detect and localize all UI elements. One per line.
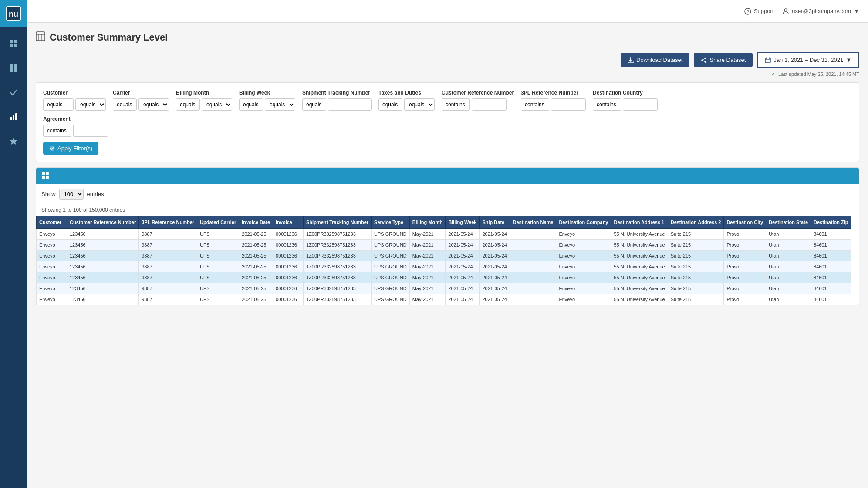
table-cell: Enveyo xyxy=(556,272,611,283)
col-header-customer[interactable]: Customer xyxy=(37,216,67,229)
filter-billing-week-op2[interactable]: equals xyxy=(265,98,295,111)
user-icon xyxy=(782,8,789,15)
support-link[interactable]: ? Support xyxy=(744,8,774,15)
col-header-destination-address-1[interactable]: Destination Address 1 xyxy=(611,216,668,229)
table-cell: 2021-05-24 xyxy=(480,240,510,251)
col-header-destination-name[interactable]: Destination Name xyxy=(510,216,556,229)
filter-group-cust-ref: Customer Reference Number xyxy=(442,90,514,111)
apply-filters-button[interactable]: Apply Filter(s) xyxy=(43,142,98,155)
col-header-3pl-reference-number[interactable]: 3PL Reference Number xyxy=(139,216,197,229)
table-cell: 55 N. University Avenue xyxy=(611,261,668,272)
table-cell: UPS GROUND xyxy=(372,283,410,294)
col-header-ship-date[interactable]: Ship Date xyxy=(480,216,510,229)
sidebar-item-layout[interactable] xyxy=(5,59,22,77)
filter-group-agreement: Agreement xyxy=(43,116,108,137)
col-header-destination-address-2[interactable]: Destination Address 2 xyxy=(668,216,724,229)
filter-carrier-op2[interactable]: equals xyxy=(138,98,169,111)
entries-label: entries xyxy=(87,191,104,197)
filter-cust-ref-op1[interactable] xyxy=(442,98,470,111)
sidebar-item-star[interactable] xyxy=(5,132,22,150)
svg-marker-12 xyxy=(10,138,17,145)
main-content: ? Support user@3plcompany.com ▼ xyxy=(27,0,868,488)
table-cell xyxy=(510,229,556,240)
table-cell: 9887 xyxy=(139,229,197,240)
table-controls: Show 10 25 50 100 entries xyxy=(36,184,859,204)
user-menu[interactable]: user@3plcompany.com ▼ xyxy=(782,8,859,15)
filter-3pl-ref-op1[interactable] xyxy=(521,98,549,111)
svg-line-25 xyxy=(703,61,705,62)
download-icon xyxy=(628,57,634,63)
table-cell: 84601 xyxy=(811,294,851,305)
col-header-billing-week[interactable]: Billing Week xyxy=(446,216,480,229)
date-range-label: Jan 1, 2021 – Dec 31, 2021 xyxy=(773,57,843,63)
col-header-destination-city[interactable]: Destination City xyxy=(724,216,766,229)
filter-cust-ref-value[interactable] xyxy=(472,98,507,111)
col-header-customer-reference-number[interactable]: Customer Reference Number xyxy=(67,216,139,229)
entries-select[interactable]: 10 25 50 100 xyxy=(59,189,84,200)
col-header-service-type[interactable]: Service Type xyxy=(372,216,410,229)
table-cell: Utah xyxy=(766,294,811,305)
filter-taxes-op1[interactable] xyxy=(378,98,402,111)
filter-controls-3pl-ref xyxy=(521,98,586,111)
filter-taxes-op2[interactable]: equals xyxy=(404,98,435,111)
table-header-row: CustomerCustomer Reference Number3PL Ref… xyxy=(37,216,851,229)
table-cell: 2021-05-25 xyxy=(239,261,273,272)
filter-controls-cust-ref xyxy=(442,98,514,111)
table-cell: 1Z00PR332598751233 xyxy=(304,261,372,272)
filter-dest-country-op1[interactable] xyxy=(593,98,621,111)
table-icon xyxy=(36,31,45,41)
filter-billing-month-op2[interactable]: equals xyxy=(202,98,232,111)
table-cell: 2021-05-24 xyxy=(446,283,480,294)
col-header-destination-zip[interactable]: Destination Zip xyxy=(811,216,851,229)
filter-agreement-value[interactable] xyxy=(73,125,108,137)
table-cell: 84601 xyxy=(811,283,851,294)
table-cell: 2021-05-24 xyxy=(446,261,480,272)
check-circle-icon: ✔ xyxy=(771,71,775,77)
table-cell: 84601 xyxy=(811,272,851,283)
app-logo[interactable]: nu xyxy=(0,0,27,27)
date-range-button[interactable]: Jan 1, 2021 – Dec 31, 2021 ▼ xyxy=(757,52,859,68)
filter-billing-week-op1[interactable] xyxy=(239,98,263,111)
page-header-icon xyxy=(36,31,45,43)
filter-carrier-op1[interactable] xyxy=(113,98,137,111)
apply-filters-label: Apply Filter(s) xyxy=(57,145,92,152)
svg-rect-6 xyxy=(10,64,13,72)
col-header-updated-carrier[interactable]: Updated Carrier xyxy=(197,216,239,229)
sidebar-item-check[interactable] xyxy=(5,84,22,101)
sidebar-item-grid[interactable] xyxy=(5,35,22,52)
download-dataset-button[interactable]: Download Dataset xyxy=(621,53,689,67)
svg-point-22 xyxy=(705,61,706,63)
filter-controls-dest-country xyxy=(593,98,658,111)
table-cell: UPS xyxy=(197,251,239,261)
table-cell: Enveyo xyxy=(556,229,611,240)
table-section: Show 10 25 50 100 entries Showing 1 to 1… xyxy=(36,167,859,305)
col-header-destination-state[interactable]: Destination State xyxy=(766,216,811,229)
sidebar-item-chart[interactable] xyxy=(5,108,22,125)
page-content: Customer Summary Level Download Dataset xyxy=(27,23,868,488)
col-header-billing-month[interactable]: Billing Month xyxy=(409,216,446,229)
table-row: Enveyo1234569887UPS2021-05-25000012361Z0… xyxy=(37,261,851,272)
filter-tracking-op1[interactable] xyxy=(302,98,326,111)
filter-controls-carrier: equals xyxy=(113,98,169,111)
calendar-icon xyxy=(765,57,771,63)
page-header: Customer Summary Level xyxy=(36,31,859,43)
svg-text:nu: nu xyxy=(9,10,18,18)
table-cell: Enveyo xyxy=(556,283,611,294)
share-dataset-button[interactable]: Share Dataset xyxy=(694,53,753,67)
table-row: Enveyo1234569887UPS2021-05-25000012361Z0… xyxy=(37,240,851,251)
col-header-invoice[interactable]: Invoice xyxy=(273,216,304,229)
col-header-shipment-tracking-number[interactable]: Shipment Tracking Number xyxy=(304,216,372,229)
filter-label-carrier: Carrier xyxy=(113,90,169,96)
filter-3pl-ref-value[interactable] xyxy=(551,98,586,111)
col-header-destination-company[interactable]: Destination Company xyxy=(556,216,611,229)
filter-billing-month-op1[interactable] xyxy=(176,98,200,111)
filter-dest-country-value[interactable] xyxy=(623,98,658,111)
filter-customer-op2[interactable]: equals xyxy=(75,98,106,111)
filter-agreement-op1[interactable] xyxy=(43,125,71,137)
col-header-invoice-date[interactable]: Invoice Date xyxy=(239,216,273,229)
table-cell: May-2021 xyxy=(409,283,446,294)
filter-customer-op1[interactable] xyxy=(43,98,74,111)
filter-label-dest-country: Destination Country xyxy=(593,90,658,96)
filter-tracking-value[interactable] xyxy=(328,98,372,111)
filter-controls-customer: equals xyxy=(43,98,106,111)
